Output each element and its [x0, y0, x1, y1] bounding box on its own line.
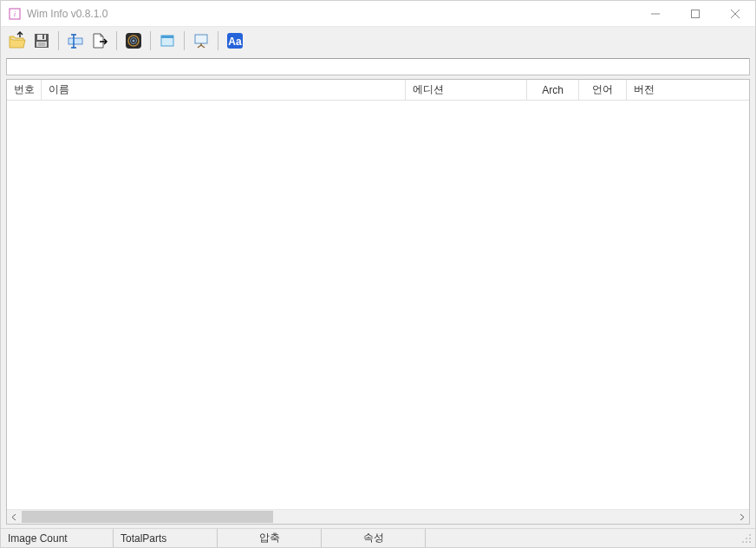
svg-rect-3: [692, 10, 700, 17]
app-icon: i: [8, 7, 22, 21]
svg-point-26: [749, 538, 751, 539]
toolbar-separator: [184, 31, 185, 50]
maximize-button[interactable]: [675, 1, 715, 26]
text-cursor-icon: [66, 31, 85, 50]
font-button[interactable]: Aa: [224, 29, 246, 52]
presentation-button[interactable]: [190, 29, 212, 52]
chevron-left-icon: [11, 514, 17, 520]
svg-point-24: [749, 534, 751, 536]
toolbar-separator: [150, 31, 151, 50]
minimize-button[interactable]: [635, 1, 675, 26]
svg-point-28: [746, 541, 747, 543]
svg-point-17: [133, 40, 135, 42]
window-icon: [159, 32, 176, 49]
list-header: 번호 이름 에디션 Arch 언어 버전: [7, 80, 749, 101]
svg-rect-19: [161, 36, 173, 38]
list-view: 번호 이름 에디션 Arch 언어 버전: [6, 79, 750, 525]
floppy-save-icon: [33, 32, 50, 49]
presentation-screen-icon: [192, 32, 210, 49]
camera-lens-icon: [124, 31, 143, 50]
rename-button[interactable]: [64, 29, 87, 52]
status-attributes: 속성: [322, 529, 426, 547]
resize-grip-icon: [740, 532, 752, 544]
status-total-parts: TotalParts: [114, 529, 218, 547]
status-bar: Image Count TotalParts 압축 속성: [1, 528, 755, 547]
svg-text:Aa: Aa: [228, 36, 242, 48]
svg-rect-12: [68, 38, 82, 44]
export-button[interactable]: [88, 29, 111, 52]
svg-point-27: [742, 541, 744, 543]
close-button[interactable]: [715, 1, 755, 26]
column-header-version[interactable]: 버전: [627, 80, 749, 100]
scrollbar-thumb[interactable]: [22, 511, 273, 523]
lens-tool-button[interactable]: [122, 29, 145, 52]
column-header-edition[interactable]: 에디션: [406, 80, 527, 100]
folder-open-icon: [8, 31, 27, 50]
svg-rect-7: [37, 35, 46, 40]
list-body[interactable]: [7, 101, 749, 509]
column-header-language[interactable]: 언어: [579, 80, 627, 100]
open-button[interactable]: [6, 29, 29, 52]
svg-rect-20: [195, 35, 207, 43]
column-header-name[interactable]: 이름: [42, 80, 406, 100]
window-controls: [635, 1, 755, 26]
svg-point-29: [749, 541, 751, 543]
svg-rect-8: [42, 35, 44, 39]
scroll-right-button[interactable]: [734, 510, 749, 524]
svg-point-25: [746, 538, 747, 539]
toolbar-separator: [218, 31, 218, 50]
status-compression: 압축: [218, 529, 322, 547]
window-title: Wim Info v0.8.1.0: [27, 8, 635, 20]
window-tool-button[interactable]: [156, 29, 179, 52]
status-image-count: Image Count: [1, 529, 114, 547]
path-input[interactable]: [6, 58, 750, 75]
toolbar: Aa: [1, 27, 755, 55]
font-aa-icon: Aa: [225, 31, 244, 50]
chevron-right-icon: [739, 514, 745, 520]
resize-grip[interactable]: [740, 532, 753, 545]
svg-text:i: i: [14, 10, 16, 18]
column-header-number[interactable]: 번호: [7, 80, 42, 100]
column-header-arch[interactable]: Arch: [527, 80, 579, 100]
horizontal-scrollbar: [7, 509, 749, 524]
scroll-left-button[interactable]: [7, 510, 22, 524]
document-export-icon: [90, 31, 109, 50]
title-bar: i Wim Info v0.8.1.0: [1, 1, 755, 27]
scrollbar-track[interactable]: [22, 510, 734, 524]
save-button[interactable]: [30, 29, 53, 52]
toolbar-separator: [116, 31, 117, 50]
svg-rect-9: [36, 42, 47, 47]
toolbar-separator: [58, 31, 59, 50]
